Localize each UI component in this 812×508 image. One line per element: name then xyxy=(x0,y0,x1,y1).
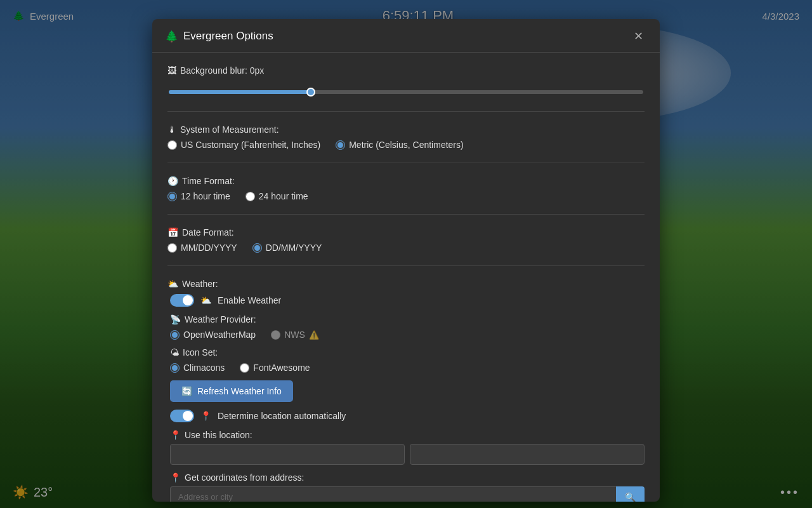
icon-set-section: 🌤 Icon Set: Climacons FontAwesome xyxy=(170,347,645,373)
radio-fontawesome-input[interactable] xyxy=(240,363,249,373)
radio-us-label: US Customary (Fahrenheit, Inches) xyxy=(181,140,320,150)
provider-section: 📡 Weather Provider: OpenWeatherMap NWS xyxy=(170,314,645,340)
measurement-icon: 🌡 xyxy=(167,124,176,135)
radio-nws-input[interactable] xyxy=(271,330,280,340)
options-dialog: 🌲 Evergreen Options ✕ 🖼 Background blur:… xyxy=(152,19,660,502)
time-format-section: 🕐 Time Format: 12 hour time 24 hour time xyxy=(167,176,645,201)
radio-mmdd-label: MM/DD/YYYY xyxy=(181,243,237,253)
weather-sub-section: ⛅ Enable Weather 📡 Weather Provider: O xyxy=(167,294,645,502)
use-location-section: 📍 Use this location: xyxy=(170,430,645,465)
icon-set-label: 🌤 Icon Set: xyxy=(170,347,645,358)
weather-section-label: ⛅ Weather: xyxy=(167,279,645,289)
measurement-label: 🌡 System of Measurement: xyxy=(167,124,645,135)
measurement-radio-group: US Customary (Fahrenheit, Inches) Metric… xyxy=(167,140,645,150)
divider-1 xyxy=(167,111,645,112)
slider-track xyxy=(169,90,643,94)
date-format-radio-group: MM/DD/YYYY DD/MM/YYYY xyxy=(167,243,645,253)
toggle-thumb-location xyxy=(183,411,193,421)
radio-nws[interactable]: NWS ⚠️ xyxy=(271,330,319,340)
icon-set-icon: 🌤 xyxy=(170,347,179,358)
dialog-title: 🌲 Evergreen Options xyxy=(165,30,273,43)
get-coords-icon: 📍 xyxy=(170,472,181,483)
radio-metric[interactable]: Metric (Celsius, Centimeters) xyxy=(336,140,463,150)
radio-us-customary[interactable]: US Customary (Fahrenheit, Inches) xyxy=(167,140,320,150)
auto-location-icon: 📍 xyxy=(200,411,211,421)
divider-3 xyxy=(167,214,645,215)
auto-location-row: 📍 Determine location automatically xyxy=(170,410,645,422)
refresh-btn-row: 🔄 Refresh Weather Info xyxy=(170,380,645,402)
radio-metric-label: Metric (Celsius, Centimeters) xyxy=(349,140,463,150)
address-search-button[interactable]: 🔍 xyxy=(616,486,645,502)
provider-icon: 📡 xyxy=(170,314,181,324)
blur-icon: 🖼 xyxy=(167,65,176,76)
get-coords-label: 📍 Get coordinates from address: xyxy=(170,472,645,483)
radio-climacons-input[interactable] xyxy=(170,363,180,373)
radio-24h-input[interactable] xyxy=(246,192,255,201)
radio-nws-label: NWS xyxy=(284,330,305,340)
address-search-input[interactable] xyxy=(170,486,616,502)
dialog-title-icon: 🌲 xyxy=(165,30,178,43)
modal-overlay: 🌲 Evergreen Options ✕ 🖼 Background blur:… xyxy=(0,0,812,508)
use-location-label: 📍 Use this location: xyxy=(170,430,645,440)
slider-fill xyxy=(169,90,311,94)
radio-12h[interactable]: 12 hour time xyxy=(167,191,230,201)
radio-mmdd[interactable]: MM/DD/YYYY xyxy=(167,243,237,253)
nws-warning-icon: ⚠️ xyxy=(309,330,319,340)
toggle-thumb-weather xyxy=(183,295,193,305)
icon-set-radio-group: Climacons FontAwesome xyxy=(170,363,645,373)
divider-4 xyxy=(167,265,645,266)
blur-section: 🖼 Background blur: 0px xyxy=(167,65,645,98)
radio-mmdd-input[interactable] xyxy=(167,243,177,253)
divider-2 xyxy=(167,163,645,163)
time-icon: 🕐 xyxy=(167,176,178,186)
refresh-btn-label: Refresh Weather Info xyxy=(197,386,282,396)
blur-label: 🖼 Background blur: 0px xyxy=(167,65,645,76)
radio-owm-label: OpenWeatherMap xyxy=(183,330,256,340)
time-format-radio-group: 12 hour time 24 hour time xyxy=(167,191,645,201)
dialog-header: 🌲 Evergreen Options ✕ xyxy=(152,19,660,53)
measurement-section: 🌡 System of Measurement: US Customary (F… xyxy=(167,124,645,150)
enable-weather-row: ⛅ Enable Weather xyxy=(170,294,645,307)
location-input-2[interactable] xyxy=(410,444,645,465)
radio-ddmm-label: DD/MM/YYYY xyxy=(266,243,322,253)
provider-label: 📡 Weather Provider: xyxy=(170,314,645,324)
location-inputs-row xyxy=(170,444,645,465)
use-location-icon: 📍 xyxy=(170,430,181,440)
enable-weather-label: Enable Weather xyxy=(218,295,281,305)
radio-metric-input[interactable] xyxy=(336,140,345,150)
radio-climacons[interactable]: Climacons xyxy=(170,363,225,373)
radio-12h-label: 12 hour time xyxy=(181,191,230,201)
auto-location-label: Determine location automatically xyxy=(218,411,346,421)
dialog-title-text: Evergreen Options xyxy=(183,30,273,43)
radio-ddmm-input[interactable] xyxy=(252,243,262,253)
enable-weather-icon: ⛅ xyxy=(200,295,211,305)
enable-weather-toggle[interactable] xyxy=(170,294,194,307)
radio-12h-input[interactable] xyxy=(167,192,177,201)
get-coords-section: 📍 Get coordinates from address: 🔍 xyxy=(170,472,645,502)
radio-owm-input[interactable] xyxy=(170,330,180,340)
refresh-icon: 🔄 xyxy=(181,386,192,396)
date-icon: 📅 xyxy=(167,227,178,237)
radio-owm[interactable]: OpenWeatherMap xyxy=(170,330,256,340)
refresh-weather-button[interactable]: 🔄 Refresh Weather Info xyxy=(170,380,293,402)
radio-climacons-label: Climacons xyxy=(183,363,225,373)
slider-thumb xyxy=(306,88,315,97)
weather-section: ⛅ Weather: ⛅ Enable Weather xyxy=(167,279,645,502)
location-input-1[interactable] xyxy=(170,444,405,465)
radio-ddmm[interactable]: DD/MM/YYYY xyxy=(252,243,322,253)
radio-us-input[interactable] xyxy=(167,140,177,150)
dialog-body: 🖼 Background blur: 0px 🌡 System of Measu… xyxy=(152,53,660,502)
radio-24h-label: 24 hour time xyxy=(259,191,308,201)
address-search-row: 🔍 xyxy=(170,486,645,502)
date-format-label: 📅 Date Format: xyxy=(167,227,645,237)
radio-fontawesome[interactable]: FontAwesome xyxy=(240,363,310,373)
time-format-label: 🕐 Time Format: xyxy=(167,176,645,186)
weather-section-icon: ⛅ xyxy=(167,279,178,289)
radio-fontawesome-label: FontAwesome xyxy=(253,363,310,373)
close-button[interactable]: ✕ xyxy=(630,29,647,43)
auto-location-toggle[interactable] xyxy=(170,410,194,422)
provider-radio-group: OpenWeatherMap NWS ⚠️ xyxy=(170,330,645,340)
radio-24h[interactable]: 24 hour time xyxy=(246,191,308,201)
date-format-section: 📅 Date Format: MM/DD/YYYY DD/MM/YYYY xyxy=(167,227,645,253)
